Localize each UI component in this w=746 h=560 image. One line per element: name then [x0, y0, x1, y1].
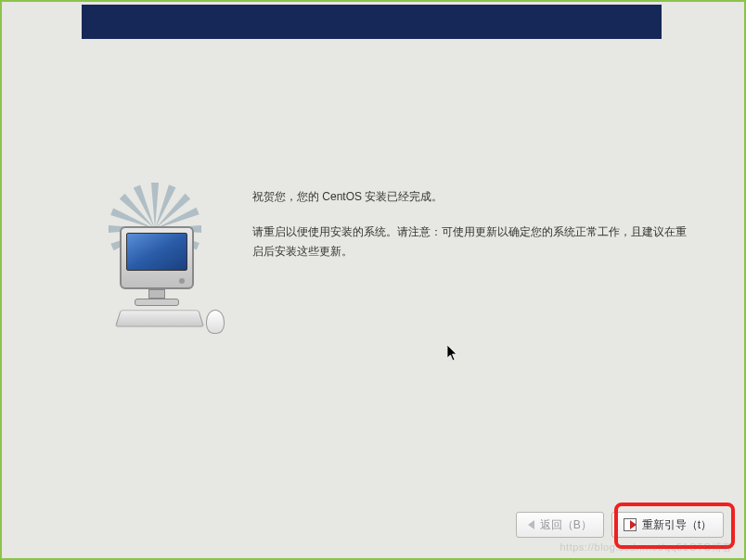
cursor-icon [447, 345, 460, 365]
monitor-icon [120, 226, 194, 289]
watermark-text: https://blog.csdn.net/qq51CTO博客 [560, 541, 734, 554]
button-bar: 返回（B） 重新引导（t） [516, 512, 724, 538]
message-text: 祝贺您，您的 CentOS 安装已经完成。 请重启以便使用安装的系统。请注意：可… [252, 187, 693, 261]
header-banner [82, 5, 662, 39]
back-button-label: 返回（B） [540, 517, 592, 533]
congrats-text: 祝贺您，您的 CentOS 安装已经完成。 [252, 187, 693, 206]
reboot-notice-text: 请重启以便使用安装的系统。请注意：可使用更新以确定您的系统正常工作，且建议在重启… [252, 223, 693, 261]
reboot-button[interactable]: 重新引导（t） [611, 512, 724, 538]
reboot-icon [624, 518, 637, 531]
main-content: 祝贺您，您的 CentOS 安装已经完成。 请重启以便使用安装的系统。请注意：可… [71, 187, 693, 336]
mouse-icon [206, 310, 225, 334]
back-button[interactable]: 返回（B） [516, 512, 604, 538]
computer-illustration [71, 187, 225, 336]
arrow-left-icon [528, 520, 534, 529]
reboot-button-label: 重新引导（t） [642, 517, 712, 533]
keyboard-icon [115, 311, 204, 327]
